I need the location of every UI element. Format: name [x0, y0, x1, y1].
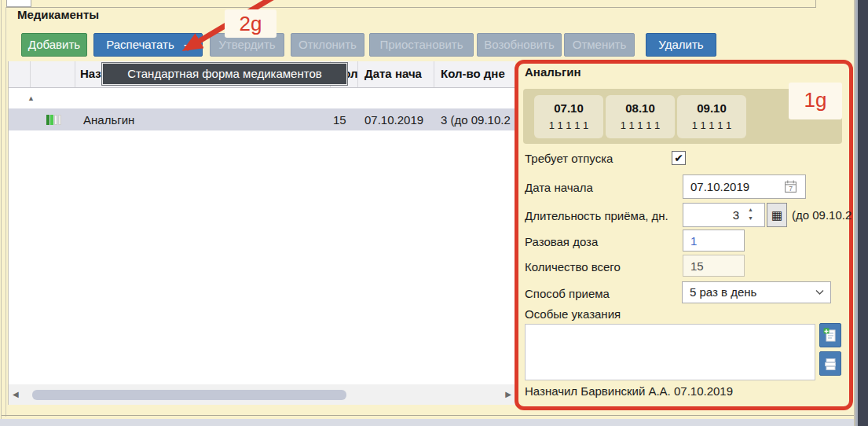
notes-list-button[interactable] [819, 351, 841, 376]
left-inner-border [5, 7, 6, 417]
print-button[interactable]: Распечатать [93, 33, 203, 57]
prescriber-info: Назначил Барвинский А.А. 07.10.2019 [525, 384, 733, 398]
print-menu-tooltip[interactable]: Стандартная форма медикаментов [102, 63, 347, 85]
spin-down-icon[interactable]: ▼ [748, 215, 753, 221]
start-date-label: Дата начала [525, 181, 593, 194]
column-days[interactable]: Кол-во дне [434, 61, 515, 87]
special-notes-textarea[interactable] [525, 324, 815, 380]
scroll-right-icon[interactable]: ▶ [505, 390, 511, 398]
schedule-grid-button[interactable]: ▦ [767, 203, 787, 227]
annotation-label-2g: 2g [225, 9, 277, 38]
document-add-icon [823, 328, 837, 343]
chevron-down-icon [815, 289, 824, 296]
med-status-icon [46, 115, 75, 125]
schedule-doses: 1 1 1 1 1 [606, 119, 675, 131]
schedule-date: 07.10 [534, 101, 603, 115]
total-qty-label: Количество всего [525, 260, 621, 274]
scroll-corner-remnant [6, 0, 31, 7]
cell-days: 3 (до 09.10.2 [434, 113, 515, 127]
duration-until-text: (до 09.10.201 [792, 208, 852, 222]
page-title: Медикаменты [17, 8, 99, 21]
add-button[interactable]: Добавить [21, 33, 87, 57]
column-status [31, 61, 75, 87]
schedule-day-chip: 09.10 1 1 1 1 1 [677, 95, 746, 138]
table-row[interactable]: Анальгин 15 07.10.2019 3 (до 09.10.2 [9, 108, 515, 130]
delete-button[interactable]: Удалить [646, 33, 716, 57]
medications-screen: Медикаменты Добавить Распечатать Утверди… [0, 0, 868, 426]
schedule-date: 08.10 [606, 101, 675, 115]
duration-spinner: ▲ ▼ [745, 204, 758, 226]
special-notes-label: Особые указания [525, 307, 621, 321]
schedule-date: 09.10 [677, 101, 746, 115]
cell-name: Анальгин [75, 113, 331, 127]
collapse-group-icon[interactable]: ▲ [27, 94, 35, 102]
schedule-doses: 1 1 1 1 1 [677, 119, 746, 131]
medication-name-title: Анальгин [525, 65, 581, 79]
schedule-doses: 1 1 1 1 1 [534, 119, 603, 131]
bottom-divider [2, 415, 855, 416]
single-dose-label: Разовая доза [525, 235, 598, 248]
add-note-template-button[interactable] [819, 323, 841, 347]
group-row: ▲ [9, 88, 515, 108]
top-divider [6, 7, 815, 8]
reject-button: Отклонить [291, 33, 364, 57]
cell-start-date: 07.10.2019 [358, 113, 434, 127]
documents-stack-icon [823, 356, 837, 372]
svg-text:7: 7 [789, 185, 793, 193]
scroll-left-icon[interactable]: ◀ [13, 390, 19, 398]
intake-method-label: Способ приема [525, 287, 610, 300]
bottom-next-section [0, 419, 858, 426]
resume-button: Возобновить [477, 33, 562, 57]
requires-dispense-label: Требует отпуска [525, 152, 613, 165]
left-border [1, 0, 2, 426]
total-qty-input [683, 255, 745, 277]
schedule-day-chip: 07.10 1 1 1 1 1 [534, 95, 603, 138]
cell-qty: 15 [331, 113, 358, 127]
column-expander [9, 61, 31, 87]
window-edge-strip [858, 0, 868, 426]
spin-up-icon[interactable]: ▲ [748, 207, 753, 212]
intake-method-select[interactable]: 5 раз в день [682, 281, 831, 303]
duration-label: Длительность приёма, дн. [525, 209, 668, 222]
single-dose-input[interactable] [683, 230, 745, 252]
calendar-icon[interactable]: 7 [784, 180, 797, 193]
column-start-date[interactable]: Дата нача [358, 61, 434, 87]
medications-table: Наз Кол- Дата нача Кол-во дне ▲ Анальгин… [8, 61, 515, 405]
requires-dispense-checkbox[interactable]: ✔ [672, 151, 686, 165]
top-divider-end [815, 0, 816, 8]
annotation-label-1g: 1g [789, 83, 842, 119]
scrollbar-thumb[interactable] [32, 390, 346, 400]
cancel-button: Отменить [564, 33, 635, 57]
print-dropdown-icon[interactable] [184, 45, 190, 49]
schedule-day-chip: 08.10 1 1 1 1 1 [606, 95, 675, 138]
horizontal-scrollbar[interactable]: ◀ ▶ [9, 384, 515, 405]
suspend-button: Приостановить [369, 33, 474, 57]
